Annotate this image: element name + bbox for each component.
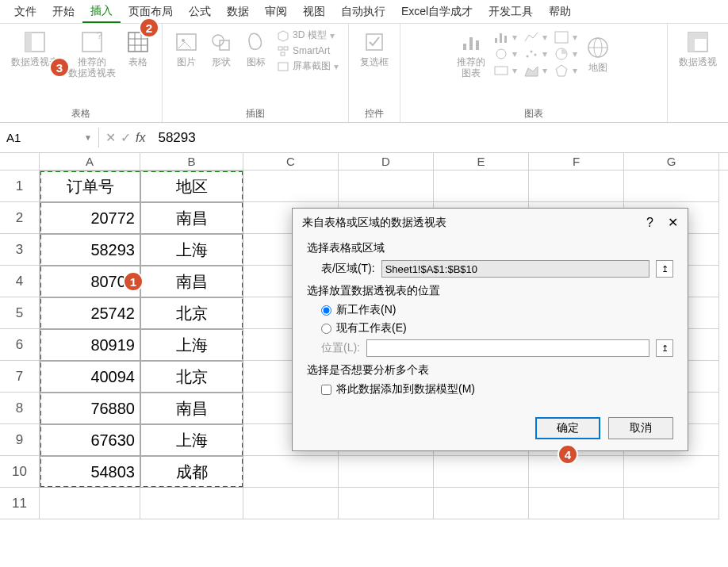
col-header-B[interactable]: B (140, 153, 243, 170)
name-box[interactable]: A1 ▼ (0, 128, 99, 147)
map-button[interactable]: 地图 (582, 33, 614, 75)
row-header-7[interactable]: 7 (0, 361, 40, 393)
cell-B9[interactable]: 上海 (140, 424, 243, 456)
formula-input[interactable] (151, 127, 728, 149)
col-header-F[interactable]: F (529, 153, 624, 170)
menu-item-9[interactable]: Excel自学成才 (393, 2, 481, 22)
radio-exist-sheet[interactable] (321, 324, 331, 334)
select-all-corner[interactable] (0, 153, 40, 170)
cell-D11[interactable] (339, 488, 434, 519)
rec-chart-button[interactable]: 推荐的 图表 (454, 28, 489, 81)
row-header-1[interactable]: 1 (0, 170, 40, 202)
menu-item-4[interactable]: 公式 (181, 2, 219, 22)
chart-line-btn[interactable]: ▾ (522, 29, 549, 45)
cell-A10[interactable]: 54803 (40, 456, 140, 488)
iconset-button[interactable]: 图标 (240, 28, 272, 69)
chart-radar-btn[interactable]: ▾ (552, 63, 579, 79)
cell-C11[interactable] (243, 488, 339, 519)
cell-F10[interactable] (529, 456, 624, 488)
cell-B7[interactable]: 北京 (140, 361, 243, 393)
close-icon[interactable]: ✕ (668, 215, 678, 230)
cancel-button[interactable]: 取消 (608, 417, 673, 439)
cell-A9[interactable]: 67630 (40, 424, 140, 456)
col-header-E[interactable]: E (434, 153, 529, 170)
menu-item-5[interactable]: 数据 (219, 2, 257, 22)
chart-pie-btn[interactable]: ▾ (552, 46, 579, 62)
cell-G11[interactable] (624, 488, 719, 519)
cell-E11[interactable] (434, 488, 529, 519)
menu-item-8[interactable]: 自动执行 (333, 2, 393, 22)
accept-fx-icon[interactable]: ✓ (121, 130, 131, 145)
cell-G10[interactable] (624, 456, 719, 488)
cell-E10[interactable] (434, 456, 529, 488)
chart-scatter-btn[interactable]: ▾ (522, 46, 549, 62)
checkbox-button[interactable]: 复选框 (357, 28, 392, 69)
cell-A5[interactable]: 25742 (40, 297, 140, 329)
cell-B4[interactable]: 南昌 (140, 266, 243, 297)
cell-C10[interactable] (243, 456, 339, 488)
row-header-11[interactable]: 11 (0, 488, 40, 519)
range-input[interactable] (381, 260, 649, 278)
cell-A6[interactable]: 80919 (40, 329, 140, 361)
help-icon[interactable]: ? (646, 216, 653, 230)
cancel-fx-icon[interactable]: ✕ (105, 130, 116, 145)
row-header-8[interactable]: 8 (0, 393, 40, 424)
radio-new-sheet[interactable] (321, 305, 331, 316)
cell-B1[interactable]: 地区 (140, 170, 243, 202)
cell-D10[interactable] (339, 456, 434, 488)
pic-button[interactable]: 图片 (171, 28, 202, 69)
ok-button[interactable]: 确定 (535, 417, 600, 439)
row-header-4[interactable]: 4 (0, 266, 40, 297)
cell-B11[interactable] (140, 488, 243, 519)
collapse-loc-button[interactable]: ↥ (656, 339, 673, 357)
cell-A7[interactable]: 40094 (40, 361, 140, 393)
location-input[interactable] (366, 339, 649, 357)
cell-B3[interactable]: 上海 (140, 234, 243, 266)
cell-D1[interactable] (339, 170, 434, 202)
fx-icon[interactable]: fx (136, 131, 145, 145)
chart-area-btn[interactable]: ▾ (522, 63, 549, 79)
cell-F11[interactable] (529, 488, 624, 519)
rec-pivot-button[interactable]: ? 推荐的 数据透视表 (65, 28, 119, 81)
col-header-G[interactable]: G (624, 153, 719, 170)
cell-G1[interactable] (624, 170, 719, 202)
row-header-2[interactable]: 2 (0, 202, 40, 234)
cell-B8[interactable]: 南昌 (140, 393, 243, 424)
cell-B5[interactable]: 北京 (140, 297, 243, 329)
cell-A8[interactable]: 76880 (40, 393, 140, 424)
threeD-button[interactable]: 3D 模型▾ (275, 28, 340, 43)
smartart-button[interactable]: SmartArt (275, 44, 340, 58)
menu-item-0[interactable]: 文件 (6, 2, 44, 22)
cell-A2[interactable]: 20772 (40, 202, 140, 234)
menu-item-10[interactable]: 开发工具 (481, 2, 541, 22)
cell-F1[interactable] (529, 170, 624, 202)
cell-A11[interactable] (40, 488, 140, 519)
row-header-5[interactable]: 5 (0, 297, 40, 329)
menu-item-6[interactable]: 审阅 (257, 2, 295, 22)
cell-A3[interactable]: 58293 (40, 234, 140, 266)
cell-B10[interactable]: 成都 (140, 456, 243, 488)
cell-E1[interactable] (434, 170, 529, 202)
chart-stat-btn[interactable]: ▾ (492, 63, 519, 79)
col-header-A[interactable]: A (40, 153, 140, 170)
pivot-button[interactable]: 数据透视 (676, 28, 720, 69)
col-header-C[interactable]: C (243, 153, 339, 170)
row-header-9[interactable]: 9 (0, 424, 40, 456)
row-header-10[interactable]: 10 (0, 456, 40, 488)
chart-bar-btn[interactable]: ▾ (492, 29, 519, 45)
cell-C1[interactable] (243, 170, 339, 202)
chart-combo-btn[interactable]: ▾ (492, 46, 519, 62)
check-data-model[interactable] (321, 385, 331, 395)
menu-item-7[interactable]: 视图 (295, 2, 333, 22)
menu-item-1[interactable]: 开始 (44, 2, 82, 22)
screenshot-button[interactable]: 屏幕截图▾ (275, 59, 340, 74)
cell-A1[interactable]: 订单号 (40, 170, 140, 202)
col-header-D[interactable]: D (339, 153, 434, 170)
shape-button[interactable]: 形状 (205, 28, 237, 69)
menu-item-11[interactable]: 帮助 (541, 2, 579, 22)
chart-map-btn[interactable]: ▾ (552, 29, 579, 45)
row-header-6[interactable]: 6 (0, 329, 40, 361)
cell-B6[interactable]: 上海 (140, 329, 243, 361)
cell-B2[interactable]: 南昌 (140, 202, 243, 234)
menu-item-2[interactable]: 插入 (82, 1, 121, 23)
